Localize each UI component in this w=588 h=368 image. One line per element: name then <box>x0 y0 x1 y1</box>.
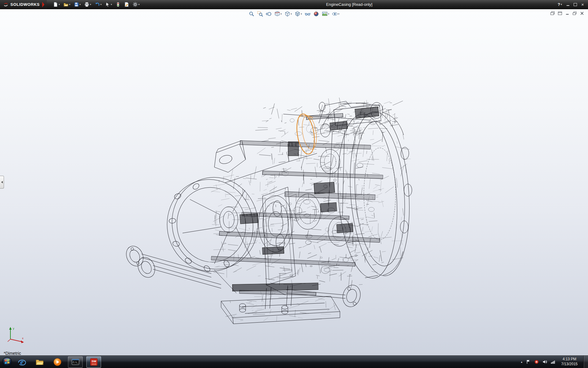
show-hidden-icons-button[interactable]: ▴ <box>521 360 522 363</box>
command-prompt-icon: C:\_ <box>71 358 80 366</box>
taskbar-item-internet-explorer[interactable]: e <box>15 357 29 367</box>
close-button[interactable]: × <box>580 2 585 7</box>
clock-date: 7/13/2015 <box>561 362 578 367</box>
hide-show-glasses-icon <box>305 11 311 17</box>
previous-view-button[interactable] <box>266 11 272 17</box>
restore-window-button[interactable] <box>558 11 562 15</box>
zoom-to-fit-icon <box>249 11 254 17</box>
cascade-windows-button[interactable] <box>550 11 555 15</box>
apply-scene-icon <box>322 11 328 17</box>
chevron-down-icon[interactable]: ▾ <box>138 3 140 6</box>
document-minimize-icon <box>565 11 570 15</box>
options-button[interactable]: ▾ <box>131 1 141 8</box>
edit-appearance-ball-icon <box>313 11 319 17</box>
apply-scene-button[interactable]: ▾ <box>322 11 330 17</box>
media-player-icon <box>53 358 62 366</box>
windows-start-orb-icon <box>2 357 12 367</box>
app-name: SOLIDWORKS <box>10 2 40 7</box>
new-document-button[interactable]: ▾ <box>52 1 61 8</box>
section-view-icon <box>274 11 280 17</box>
view-orientation-label: *Dimetric <box>4 351 21 356</box>
view-settings-eye-icon <box>332 11 338 17</box>
save-icon <box>74 2 79 7</box>
show-desktop-button[interactable] <box>583 356 588 368</box>
chevron-down-icon[interactable]: ▾ <box>301 13 302 15</box>
chevron-down-icon[interactable]: ▾ <box>281 13 282 15</box>
heads-up-view-toolbar: ▾ ▾ ▾ ▾ ▾ <box>248 11 340 17</box>
rebuild-traffic-light-icon <box>115 2 121 7</box>
document-close-button[interactable] <box>580 11 584 15</box>
edit-appearance-button[interactable] <box>313 11 319 17</box>
save-button[interactable]: ▾ <box>73 1 82 8</box>
left-flange <box>160 171 265 278</box>
file-properties-button[interactable] <box>123 1 130 8</box>
previous-view-icon <box>266 11 272 17</box>
shafts <box>211 113 383 295</box>
taskbar-item-media-player[interactable] <box>50 357 64 367</box>
view-orientation-button[interactable]: ▾ <box>284 11 292 17</box>
taskbar-clock[interactable]: 4:13 PM 7/13/2015 <box>559 357 580 366</box>
help-label: ? <box>558 2 560 7</box>
chevron-down-icon[interactable]: ▾ <box>561 3 562 6</box>
engine-casing-wireframe[interactable] <box>0 9 588 356</box>
undo-icon <box>95 2 100 7</box>
cascade-windows-icon <box>550 11 555 15</box>
logo-arrow-icon <box>42 2 44 7</box>
new-document-icon <box>53 2 58 7</box>
print-button[interactable]: ▾ <box>83 1 92 8</box>
document-window-controls <box>550 11 584 15</box>
solidworks-logo: SOLIDWORKS <box>0 0 47 9</box>
chevron-down-icon[interactable]: ▾ <box>291 13 292 15</box>
titlebar-right: ? ▾ × <box>558 2 588 7</box>
chevron-down-icon[interactable]: ▾ <box>111 3 112 6</box>
select-button[interactable]: ▾ <box>104 1 113 8</box>
hide-show-items-button[interactable] <box>304 11 311 17</box>
restore-window-icon <box>558 11 562 15</box>
svg-text:SW: SW <box>91 359 96 363</box>
taskbar-item-windows-explorer[interactable] <box>32 357 47 367</box>
chevron-down-icon[interactable]: ▾ <box>100 3 102 6</box>
select-cursor-icon <box>105 2 110 7</box>
chevron-down-icon[interactable]: ▾ <box>80 3 81 6</box>
view-settings-button[interactable]: ▾ <box>332 11 340 17</box>
chevron-down-icon[interactable]: ▾ <box>90 3 91 6</box>
maximize-button[interactable] <box>573 2 578 7</box>
solidworks-2015-icon: SW 2015 <box>89 358 98 366</box>
document-minimize-button[interactable] <box>565 11 570 15</box>
internet-explorer-icon: e <box>17 358 26 366</box>
document-title: EngineCasing [Read-only] <box>141 2 558 7</box>
undo-button[interactable]: ▾ <box>93 1 103 8</box>
network-icon[interactable] <box>551 359 556 364</box>
display-style-button[interactable]: ▾ <box>294 11 302 17</box>
feature-panel-collapse-tab[interactable] <box>0 176 4 189</box>
document-close-icon <box>580 11 584 15</box>
zoom-to-area-button[interactable] <box>257 11 263 17</box>
zoom-to-area-icon <box>257 11 263 17</box>
triad-x-label: x <box>22 337 24 340</box>
document-restore-icon <box>572 11 577 15</box>
chevron-down-icon[interactable]: ▾ <box>338 13 339 15</box>
svg-text:2015: 2015 <box>91 363 96 365</box>
view-orientation-cube-icon <box>285 11 290 17</box>
minimize-button[interactable] <box>566 2 570 7</box>
start-button[interactable] <box>0 356 14 368</box>
help-button[interactable]: ? ▾ <box>558 2 562 7</box>
chevron-down-icon[interactable]: ▾ <box>59 3 60 6</box>
section-view-button[interactable]: ▾ <box>274 11 282 17</box>
zoom-to-fit-button[interactable] <box>248 11 255 17</box>
expand-arrow-icon <box>1 181 3 183</box>
minimize-icon <box>567 5 569 6</box>
graphics-viewport[interactable]: ▾ ▾ ▾ ▾ ▾ <box>0 9 588 356</box>
taskbar-item-command-prompt[interactable]: C:\_ <box>68 356 83 368</box>
taskbar-items: e C:\_ <box>15 356 101 368</box>
taskbar-item-solidworks-2015[interactable]: SW 2015 <box>86 356 101 368</box>
open-button[interactable]: ▾ <box>62 1 72 8</box>
chevron-down-icon[interactable]: ▾ <box>328 13 329 15</box>
chevron-down-icon[interactable]: ▾ <box>69 3 70 6</box>
volume-icon[interactable] <box>542 359 547 364</box>
rebuild-button[interactable] <box>114 1 122 8</box>
system-tray: ▴ 4:13 PM 7/13/2015 <box>521 356 588 368</box>
notification-icon[interactable] <box>534 359 539 364</box>
document-restore-button[interactable] <box>572 11 577 15</box>
action-center-icon[interactable] <box>526 359 531 364</box>
